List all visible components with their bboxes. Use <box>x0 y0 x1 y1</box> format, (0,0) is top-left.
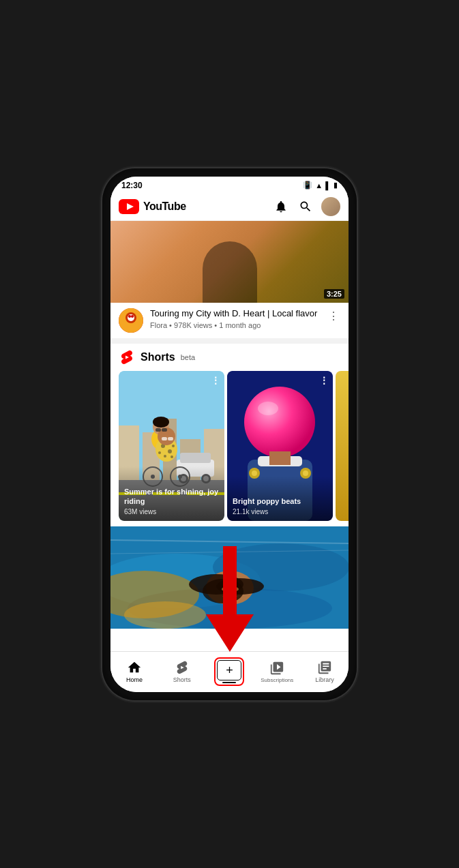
main-content: 3:25 Touring my City with D. Heart <box>110 221 349 651</box>
subscriptions-icon <box>269 661 284 676</box>
short-thumbnail-1: ⋮ Summer is for shining, joy riding 63M … <box>119 371 224 521</box>
short-card-2[interactable]: ⋮ Bright poppy beats 21.1k views <box>227 371 333 521</box>
pool-illustration <box>110 526 349 629</box>
video-text: Touring my City with D. Heart | Local fl… <box>150 308 320 330</box>
phone-screen: 12:30 📳 ▲ ▌ ▮ YouTube <box>110 177 349 692</box>
library-icon <box>317 660 332 675</box>
create-button[interactable]: + <box>217 660 241 680</box>
svg-point-28 <box>168 449 172 453</box>
next-video-thumbnail[interactable] <box>110 526 349 629</box>
svg-rect-36 <box>162 437 167 440</box>
video-title[interactable]: Touring my City with D. Heart | Local fl… <box>150 308 320 320</box>
svg-point-29 <box>158 451 161 454</box>
svg-point-49 <box>252 470 257 476</box>
svg-rect-34 <box>156 428 161 432</box>
nav-create[interactable]: + <box>206 652 254 692</box>
nav-shorts-label: Shorts <box>173 676 191 683</box>
short-title-2: Bright poppy beats <box>233 496 327 506</box>
shorts-beta-badge: beta <box>181 353 195 361</box>
video-more-button[interactable]: ⋮ <box>327 308 340 324</box>
svg-point-30 <box>172 445 175 447</box>
signal-icon: ▌ <box>325 181 331 190</box>
shorts-nav-icon <box>175 660 190 675</box>
svg-point-31 <box>164 455 166 458</box>
channel-avatar <box>119 308 143 333</box>
short-more-2[interactable]: ⋮ <box>319 375 329 386</box>
create-line <box>222 682 236 683</box>
svg-point-4 <box>128 314 134 321</box>
short-more-1[interactable]: ⋮ <box>211 375 220 386</box>
wifi-icon: ▲ <box>315 181 323 190</box>
short-thumbnail-2: ⋮ Bright poppy beats 21.1k views <box>227 371 333 521</box>
svg-point-5 <box>128 315 131 318</box>
nav-library-label: Library <box>315 676 334 683</box>
svg-point-57 <box>124 601 206 629</box>
short-views-2: 21.1k views <box>233 508 327 515</box>
video-info: Touring my City with D. Heart | Local fl… <box>110 303 349 338</box>
battery-icon: ▮ <box>334 181 338 190</box>
header-actions <box>272 197 340 216</box>
svg-point-6 <box>131 315 134 318</box>
section-separator <box>110 338 349 344</box>
bottom-nav: Home Shorts + <box>110 651 349 692</box>
svg-rect-18 <box>180 453 211 463</box>
svg-point-25 <box>153 417 169 428</box>
nav-subscriptions-label: Subscriptions <box>261 677 293 683</box>
status-time: 12:30 <box>121 181 143 190</box>
vibrate-icon: 📳 <box>303 181 312 190</box>
featured-video-thumbnail[interactable]: 3:25 <box>110 221 349 303</box>
short-views-1: 63M views <box>124 508 219 515</box>
shorts-grid: ⋮ Summer is for shining, joy riding 63M … <box>110 371 349 521</box>
short-info-2: Bright poppy beats 21.1k views <box>227 476 333 520</box>
svg-point-62 <box>222 587 228 591</box>
nav-shorts[interactable]: Shorts <box>158 652 206 692</box>
status-bar: 12:30 📳 ▲ ▌ ▮ <box>110 177 349 194</box>
video-meta: Flora • 978K views • 1 month ago <box>150 321 320 329</box>
video-duration: 3:25 <box>324 289 344 299</box>
svg-rect-47 <box>269 451 291 465</box>
svg-rect-37 <box>168 437 173 440</box>
svg-point-32 <box>171 455 173 458</box>
shorts-title: Shorts <box>140 351 175 363</box>
logo-area: YouTube <box>119 199 186 214</box>
shorts-header: Shorts beta <box>110 349 349 371</box>
nav-subscriptions[interactable]: Subscriptions <box>253 652 301 692</box>
short-info-1: Summer is for shining, joy riding 63M vi… <box>119 466 224 521</box>
svg-point-61 <box>203 579 243 603</box>
svg-point-51 <box>303 470 308 476</box>
nav-home[interactable]: Home <box>110 652 158 692</box>
nav-home-label: Home <box>126 676 143 683</box>
svg-rect-35 <box>162 428 167 432</box>
create-btn-border: + <box>214 657 244 686</box>
search-icon <box>299 200 312 213</box>
svg-point-63 <box>232 587 239 591</box>
youtube-logo-text: YouTube <box>143 200 186 213</box>
channel-avatar-image <box>119 308 143 333</box>
create-plus-icon: + <box>226 664 233 676</box>
short-card-1[interactable]: ⋮ Summer is for shining, joy riding 63M … <box>119 371 224 521</box>
notification-button[interactable] <box>272 198 290 215</box>
svg-point-46 <box>258 402 278 415</box>
bell-icon <box>274 200 288 213</box>
svg-point-45 <box>244 387 315 458</box>
search-button[interactable] <box>297 198 314 215</box>
short-title-1: Summer is for shining, joy riding <box>124 487 219 507</box>
shorts-logo-icon <box>119 349 135 365</box>
app-header: YouTube <box>110 194 349 221</box>
phone-frame: 12:30 📳 ▲ ▌ ▮ YouTube <box>102 168 357 700</box>
status-icons: 📳 ▲ ▌ ▮ <box>303 181 338 190</box>
home-icon <box>127 660 142 675</box>
nav-library[interactable]: Library <box>301 652 349 692</box>
short-partial-3 <box>336 371 349 521</box>
youtube-logo-icon <box>119 199 139 214</box>
avatar[interactable] <box>321 197 340 216</box>
shorts-section: Shorts beta <box>110 344 349 526</box>
